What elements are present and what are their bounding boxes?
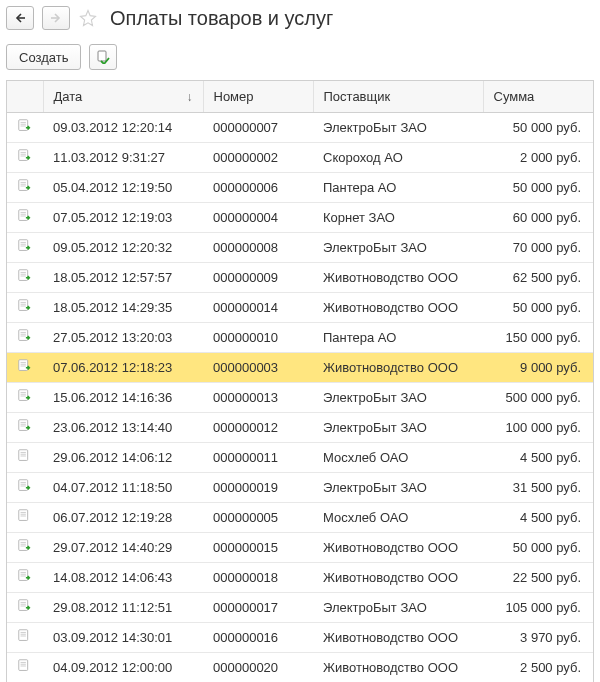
table-row[interactable]: 27.05.2012 13:20:03000000010Пантера АО15… [7, 323, 593, 353]
cell-supplier: ЭлектроБыт ЗАО [313, 233, 483, 263]
table-row[interactable]: 09.05.2012 12:20:32000000008ЭлектроБыт З… [7, 233, 593, 263]
table-row[interactable]: 18.05.2012 14:29:35000000014Животноводст… [7, 293, 593, 323]
svg-rect-63 [19, 570, 28, 581]
table-row[interactable]: 18.05.2012 12:57:57000000009Животноводст… [7, 263, 593, 293]
cell-icon [7, 203, 43, 233]
svg-rect-15 [19, 210, 28, 221]
table-row[interactable]: 23.06.2012 13:14:40000000012ЭлектроБыт З… [7, 413, 593, 443]
cell-date: 09.03.2012 12:20:14 [43, 113, 203, 143]
cell-number: 000000016 [203, 623, 313, 653]
cell-icon [7, 593, 43, 623]
column-header-date-label: Дата [54, 89, 83, 104]
cell-number: 000000004 [203, 203, 313, 233]
cell-sum: 2 500 руб. [483, 653, 593, 683]
table-row[interactable]: 29.07.2012 14:40:29000000015Животноводст… [7, 533, 593, 563]
column-header-icon[interactable] [7, 81, 43, 113]
svg-rect-75 [19, 660, 28, 671]
page-title: Оплаты товаров и услуг [110, 7, 333, 30]
cell-icon [7, 413, 43, 443]
svg-rect-11 [19, 180, 28, 191]
nav-back-button[interactable] [6, 6, 34, 30]
cell-number: 000000013 [203, 383, 313, 413]
svg-rect-67 [19, 600, 28, 611]
cell-icon [7, 443, 43, 473]
cell-sum: 50 000 руб. [483, 293, 593, 323]
table-row[interactable]: 07.06.2012 12:18:23000000003Животноводст… [7, 353, 593, 383]
cell-sum: 100 000 руб. [483, 413, 593, 443]
cell-supplier: Скороход АО [313, 143, 483, 173]
cell-supplier: Животноводство ООО [313, 623, 483, 653]
table-row[interactable]: 05.04.2012 12:19:50000000006Пантера АО50… [7, 173, 593, 203]
cell-date: 29.08.2012 11:12:51 [43, 593, 203, 623]
cell-icon [7, 353, 43, 383]
table-row[interactable]: 15.06.2012 14:16:36000000013ЭлектроБыт З… [7, 383, 593, 413]
cell-date: 18.05.2012 14:29:35 [43, 293, 203, 323]
favorite-star-icon[interactable] [78, 8, 98, 28]
table-row[interactable]: 07.05.2012 12:19:03000000004Корнет ЗАО60… [7, 203, 593, 233]
column-header-sum[interactable]: Сумма [483, 81, 593, 113]
cell-supplier: Животноводство ООО [313, 563, 483, 593]
cell-number: 000000010 [203, 323, 313, 353]
svg-rect-7 [19, 150, 28, 161]
cell-date: 03.09.2012 14:30:01 [43, 623, 203, 653]
create-button[interactable]: Создать [6, 44, 81, 70]
cell-date: 15.06.2012 14:16:36 [43, 383, 203, 413]
print-settings-button[interactable] [89, 44, 117, 70]
cell-date: 04.07.2012 11:18:50 [43, 473, 203, 503]
cell-supplier: Животноводство ООО [313, 263, 483, 293]
document-row-icon [16, 298, 34, 317]
cell-icon [7, 113, 43, 143]
cell-number: 000000014 [203, 293, 313, 323]
cell-sum: 60 000 руб. [483, 203, 593, 233]
cell-supplier: ЭлектроБыт ЗАО [313, 593, 483, 623]
table-row[interactable]: 04.09.2012 12:00:00000000020Животноводст… [7, 653, 593, 683]
cell-supplier: Пантера АО [313, 173, 483, 203]
cell-number: 000000011 [203, 443, 313, 473]
table-row[interactable]: 11.03.2012 9:31:27000000002Скороход АО2 … [7, 143, 593, 173]
arrow-left-icon [14, 12, 26, 24]
cell-sum: 50 000 руб. [483, 533, 593, 563]
cell-date: 04.09.2012 12:00:00 [43, 653, 203, 683]
cell-icon [7, 653, 43, 683]
document-row-icon [16, 538, 34, 557]
header-bar: Оплаты товаров и услуг [6, 6, 594, 30]
document-row-icon [16, 598, 34, 617]
cell-date: 27.05.2012 13:20:03 [43, 323, 203, 353]
cell-icon [7, 293, 43, 323]
cell-supplier: ЭлектроБыт ЗАО [313, 413, 483, 443]
column-header-date[interactable]: Дата ↓ [43, 81, 203, 113]
table-row[interactable]: 09.03.2012 12:20:14000000007ЭлектроБыт З… [7, 113, 593, 143]
document-row-icon [16, 178, 34, 197]
table-row[interactable]: 03.09.2012 14:30:01000000016Животноводст… [7, 623, 593, 653]
document-row-icon [16, 628, 34, 647]
cell-supplier: Корнет ЗАО [313, 203, 483, 233]
cell-date: 06.07.2012 12:19:28 [43, 503, 203, 533]
cell-icon [7, 533, 43, 563]
document-row-icon [16, 658, 34, 677]
cell-sum: 50 000 руб. [483, 113, 593, 143]
cell-icon [7, 173, 43, 203]
column-header-supplier[interactable]: Поставщик [313, 81, 483, 113]
cell-sum: 22 500 руб. [483, 563, 593, 593]
table-row[interactable]: 06.07.2012 12:19:28000000005Мосхлеб ОАО4… [7, 503, 593, 533]
cell-icon [7, 503, 43, 533]
table-row[interactable]: 29.06.2012 14:06:12000000011Мосхлеб ОАО4… [7, 443, 593, 473]
cell-sum: 4 500 руб. [483, 503, 593, 533]
cell-date: 09.05.2012 12:20:32 [43, 233, 203, 263]
cell-number: 000000003 [203, 353, 313, 383]
cell-number: 000000008 [203, 233, 313, 263]
cell-number: 000000007 [203, 113, 313, 143]
table-row[interactable]: 14.08.2012 14:06:43000000018Животноводст… [7, 563, 593, 593]
cell-number: 000000015 [203, 533, 313, 563]
table-row[interactable]: 04.07.2012 11:18:50000000019ЭлектроБыт З… [7, 473, 593, 503]
table-row[interactable]: 29.08.2012 11:12:51000000017ЭлектроБыт З… [7, 593, 593, 623]
document-row-icon [16, 358, 34, 377]
table-header-row: Дата ↓ Номер Поставщик Сумма [7, 81, 593, 113]
svg-rect-2 [98, 51, 106, 61]
cell-supplier: ЭлектроБыт ЗАО [313, 473, 483, 503]
cell-sum: 150 000 руб. [483, 323, 593, 353]
nav-forward-button[interactable] [42, 6, 70, 30]
column-header-number[interactable]: Номер [203, 81, 313, 113]
cell-supplier: Животноводство ООО [313, 353, 483, 383]
cell-date: 18.05.2012 12:57:57 [43, 263, 203, 293]
